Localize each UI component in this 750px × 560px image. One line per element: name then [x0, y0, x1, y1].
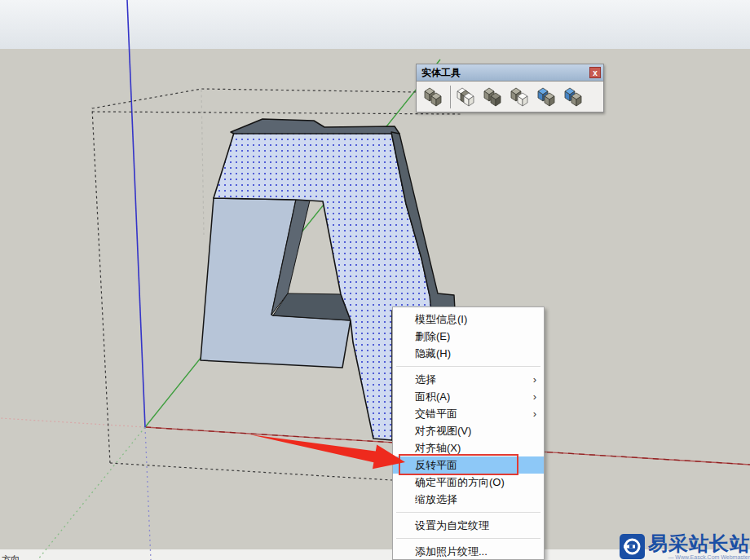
subtract-icon — [510, 87, 532, 107]
menu-item-label: 删除(E) — [415, 330, 450, 342]
menu-item-8[interactable]: 对齐轴(X) — [393, 439, 544, 456]
menu-item-2[interactable]: 删除(E) — [393, 328, 544, 345]
toolbar-title: 实体工具 — [421, 67, 461, 78]
menu-item-1[interactable]: 模型信息(I) — [393, 311, 544, 328]
intersect-icon — [457, 87, 478, 107]
menu-separator — [396, 366, 540, 367]
sketchup-window: { "toolbar": { "title": "实体工具", "close_l… — [0, 0, 750, 560]
watermark-logo-icon — [620, 534, 645, 559]
menu-item-label: 隐藏(H) — [415, 347, 451, 359]
union-icon — [483, 87, 505, 107]
union-button[interactable] — [483, 85, 505, 109]
watermark-title: 易采站长站 — [648, 534, 750, 553]
menu-item-11[interactable]: 缩放选择 — [393, 491, 544, 508]
split-button[interactable] — [563, 85, 586, 109]
menu-item-12[interactable]: 设置为自定纹理 — [393, 517, 544, 534]
menu-item-label: 反转平面 — [415, 459, 457, 471]
submenu-arrow-icon: › — [533, 388, 536, 405]
menu-item-13[interactable]: 添加照片纹理... — [393, 543, 544, 560]
toolbar-title-bar[interactable]: 实体工具 x — [417, 64, 603, 82]
context-menu: 模型信息(I)删除(E)隐藏(H)选择›面积(A)›交错平面›对齐视图(V)对齐… — [392, 306, 545, 560]
menu-item-3[interactable]: 隐藏(H) — [393, 345, 544, 362]
toolbar-buttons — [417, 82, 603, 112]
menu-item-label: 缩放选择 — [415, 493, 457, 505]
menu-item-label: 模型信息(I) — [415, 313, 467, 325]
trim-icon — [537, 87, 558, 107]
watermark: 易采站长站 — Www.Easck.Com Webmaster — [620, 534, 750, 560]
menu-item-label: 添加照片纹理... — [415, 545, 488, 558]
submenu-arrow-icon: › — [533, 405, 536, 422]
subtract-button[interactable] — [510, 85, 532, 109]
face-hole-inner-bottom[interactable] — [273, 293, 351, 320]
trim-button[interactable] — [536, 85, 559, 109]
menu-separator — [396, 512, 540, 513]
status-text-fragment: 方向 — [2, 553, 20, 560]
close-icon[interactable]: x — [589, 67, 601, 78]
menu-item-6[interactable]: 交错平面› — [393, 405, 544, 422]
menu-separator — [396, 538, 540, 539]
menu-item-label: 面积(A) — [415, 390, 450, 403]
menu-item-7[interactable]: 对齐视图(V) — [393, 422, 544, 439]
menu-item-label: 确定平面的方向(O) — [415, 476, 505, 488]
outer-shell-button[interactable] — [423, 85, 446, 109]
watermark-subtitle: — Www.Easck.Com Webmaster — [648, 554, 750, 560]
outer-shell-icon — [424, 87, 445, 107]
menu-item-10[interactable]: 确定平面的方向(O) — [393, 474, 544, 491]
toolbar-separator — [450, 86, 451, 108]
menu-item-label: 设置为自定纹理 — [415, 519, 489, 531]
menu-item-9[interactable]: 反转平面 — [393, 456, 544, 474]
viewport-3d[interactable] — [0, 0, 750, 560]
menu-item-5[interactable]: 面积(A)› — [393, 388, 544, 405]
split-icon — [564, 87, 585, 107]
solid-tools-toolbar: 实体工具 x — [416, 64, 604, 112]
menu-item-label: 交错平面 — [415, 408, 457, 420]
intersect-button[interactable] — [456, 85, 479, 109]
submenu-arrow-icon: › — [533, 371, 536, 388]
menu-item-label: 对齐轴(X) — [415, 442, 461, 454]
menu-item-label: 对齐视图(V) — [415, 425, 471, 437]
sky — [0, 0, 750, 49]
menu-item-label: 选择 — [415, 373, 436, 386]
menu-item-4[interactable]: 选择› — [393, 371, 544, 388]
